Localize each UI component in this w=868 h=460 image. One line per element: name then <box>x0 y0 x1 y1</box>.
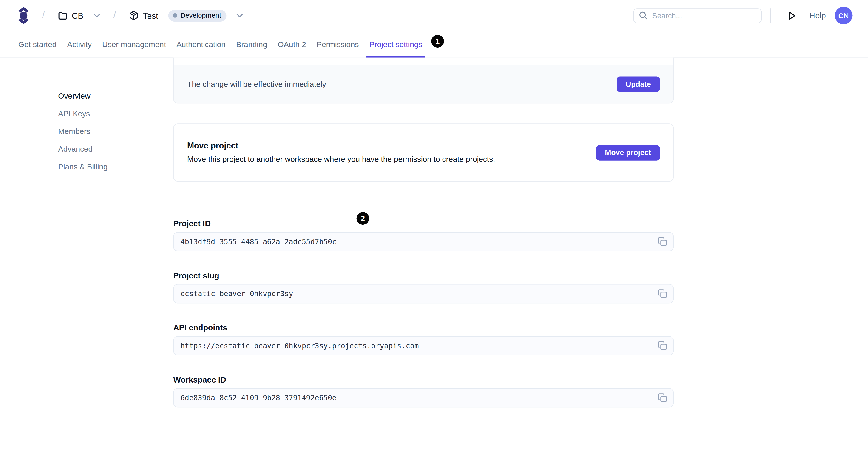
breadcrumb: / CB / <box>19 7 243 24</box>
settings-sidebar: Overview API Keys Members Advanced Plans… <box>0 58 173 179</box>
avatar[interactable]: CN <box>835 7 852 24</box>
move-project-card: Move project Move this project to anothe… <box>173 123 674 182</box>
chevron-down-icon <box>237 13 243 18</box>
annotation-badge-1: 1 <box>431 35 444 48</box>
move-project-description: Move this project to another workspace w… <box>187 153 495 164</box>
chevron-down-icon <box>93 13 100 18</box>
copy-button[interactable] <box>657 237 667 246</box>
folder-icon <box>58 11 67 20</box>
page-body: Overview API Keys Members Advanced Plans… <box>0 58 868 408</box>
project-name: Test <box>143 11 158 20</box>
copy-button[interactable] <box>657 393 667 403</box>
update-card: The change will be effective immediately… <box>173 58 674 104</box>
project-id-value: 4b13df9d-3555-4485-a62a-2adc55d7b50c <box>180 238 336 246</box>
tab-get-started[interactable]: Get started <box>19 31 57 57</box>
tab-branding[interactable]: Branding <box>236 31 267 57</box>
project-id-input[interactable]: 4b13df9d-3555-4485-a62a-2adc55d7b50c <box>173 232 674 251</box>
app-root: / CB / <box>0 0 868 460</box>
search-icon <box>639 11 648 20</box>
environment-label: Development <box>180 12 221 20</box>
update-card-footer: The change will be effective immediately… <box>174 65 673 103</box>
tab-project-settings[interactable]: Project settings <box>369 31 423 57</box>
project-switcher[interactable]: Test Development <box>129 10 243 21</box>
play-button[interactable] <box>785 8 798 22</box>
breadcrumb-separator: / <box>113 10 116 21</box>
field-workspace-id: Workspace ID 6de839da-8c52-4109-9b28-379… <box>173 375 674 408</box>
workspace-id-input[interactable]: 6de839da-8c52-4109-9b28-3791492e650e <box>173 388 674 407</box>
sidebar-item-overview[interactable]: Overview <box>58 90 173 101</box>
sidebar-item-plans-billing[interactable]: Plans & Billing <box>58 161 173 172</box>
environment-badge: Development <box>168 10 227 21</box>
annotation-badge-2: 2 <box>356 212 369 225</box>
search-input[interactable] <box>633 8 762 23</box>
tab-activity[interactable]: Activity <box>67 31 92 57</box>
project-slug-value: ecstatic-beaver-0hkvpcr3sy <box>180 289 293 298</box>
help-link[interactable]: Help <box>809 11 826 20</box>
move-project-text: Move project Move this project to anothe… <box>187 141 495 164</box>
move-project-button[interactable]: Move project <box>596 145 660 160</box>
tab-user-management[interactable]: User management <box>102 31 166 57</box>
update-card-body <box>174 58 673 65</box>
package-icon <box>129 10 138 21</box>
breadcrumb-separator: / <box>42 10 44 21</box>
field-label: Project slug <box>173 271 674 280</box>
workspace-id-value: 6de839da-8c52-4109-9b28-3791492e650e <box>180 394 336 402</box>
field-label: API endpoints <box>173 323 674 332</box>
environment-dot-icon <box>173 13 177 18</box>
tab-permissions[interactable]: Permissions <box>317 31 359 57</box>
field-project-id: Project ID 4b13df9d-3555-4485-a62a-2adc5… <box>173 219 674 251</box>
ory-logo-icon[interactable] <box>19 7 29 24</box>
api-endpoints-input[interactable]: https://ecstatic-beaver-0hkvpcr3sy.proje… <box>173 336 674 356</box>
update-note: The change will be effective immediately <box>187 80 326 89</box>
sidebar-item-api-keys[interactable]: API Keys <box>58 108 173 119</box>
header-actions: Help CN <box>633 7 852 24</box>
field-project-slug: Project slug ecstatic-beaver-0hkvpcr3sy <box>173 271 674 304</box>
settings-content: The change will be effective immediately… <box>173 58 674 408</box>
workspace-name: CB <box>72 11 84 20</box>
project-slug-input[interactable]: ecstatic-beaver-0hkvpcr3sy <box>173 284 674 303</box>
search-box <box>633 8 762 23</box>
copy-button[interactable] <box>657 341 667 350</box>
tab-oauth2[interactable]: OAuth 2 <box>278 31 306 57</box>
tab-authentication[interactable]: Authentication <box>177 31 226 57</box>
sidebar-item-members[interactable]: Members <box>58 126 173 137</box>
field-label: Workspace ID <box>173 375 674 385</box>
top-bar: / CB / <box>0 0 868 31</box>
api-endpoints-value: https://ecstatic-beaver-0hkvpcr3sy.proje… <box>180 342 418 350</box>
sidebar-item-advanced[interactable]: Advanced <box>58 143 173 154</box>
copy-button[interactable] <box>657 289 667 299</box>
update-button[interactable]: Update <box>617 76 660 92</box>
move-project-title: Move project <box>187 141 495 151</box>
field-api-endpoints: API endpoints https://ecstatic-beaver-0h… <box>173 323 674 356</box>
header-divider <box>770 8 771 23</box>
workspace-switcher[interactable]: CB <box>58 11 100 20</box>
field-label: Project ID <box>173 219 674 228</box>
